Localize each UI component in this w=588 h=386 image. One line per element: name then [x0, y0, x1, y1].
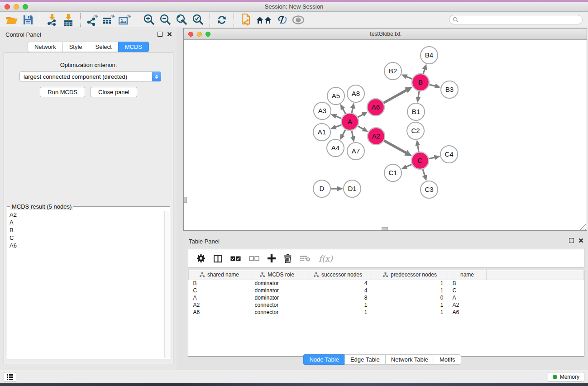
- graph-node-C2[interactable]: C2: [407, 122, 424, 139]
- graph-edge-A2-C[interactable]: [384, 141, 407, 153]
- table-cell[interactable]: A: [448, 294, 487, 301]
- column-header-name[interactable]: name: [448, 270, 487, 280]
- graph-node-C3[interactable]: C3: [421, 181, 438, 198]
- table-cell[interactable]: 4: [304, 287, 372, 294]
- close-panel-button[interactable]: Close panel: [91, 87, 137, 97]
- task-history-button[interactable]: [4, 372, 16, 382]
- new-network-from-selection-icon[interactable]: [239, 13, 253, 27]
- zoom-in-icon[interactable]: [142, 13, 156, 27]
- table-settings-gear-icon[interactable]: [196, 254, 206, 263]
- graph-node-A3[interactable]: A3: [314, 102, 331, 119]
- node-table[interactable]: shared nameMCDS rolesuccessor nodesprede…: [188, 270, 584, 357]
- refresh-icon[interactable]: [215, 13, 229, 27]
- table-cell[interactable]: connector: [250, 309, 304, 316]
- network-canvas[interactable]: B4B2BB3A5A8A6A3B1AA1C2A2A4A7C4CC1C3DD1: [184, 40, 587, 230]
- save-session-icon[interactable]: [21, 13, 35, 27]
- tab-style[interactable]: Style: [62, 42, 89, 52]
- import-table-icon[interactable]: [61, 13, 76, 27]
- resize-grip-icon[interactable]: [580, 224, 586, 230]
- column-header-shared-name[interactable]: shared name: [189, 270, 250, 280]
- table-row[interactable]: Bdominator41B: [189, 280, 584, 287]
- graph-node-B[interactable]: B: [412, 74, 429, 91]
- graph-node-A5[interactable]: A5: [327, 87, 344, 105]
- select-all-columns-icon[interactable]: [230, 256, 241, 261]
- graph-edge-A-A6[interactable]: [358, 114, 363, 117]
- export-network-icon[interactable]: [85, 13, 100, 27]
- mcds-result-item[interactable]: A6: [8, 242, 164, 249]
- table-cell[interactable]: A6: [189, 309, 250, 316]
- tab-network-table[interactable]: Network Table: [385, 354, 434, 365]
- first-neighbors-icon[interactable]: [255, 13, 273, 27]
- search-input[interactable]: [460, 17, 582, 23]
- mcds-list-scrollbar[interactable]: [164, 211, 170, 358]
- table-cell[interactable]: [487, 294, 584, 301]
- mcds-result-item[interactable]: A2: [8, 211, 164, 219]
- table-row[interactable]: A2connector11A2: [189, 301, 584, 309]
- tab-network[interactable]: Network: [28, 42, 62, 52]
- table-row[interactable]: A6connector11A6: [189, 309, 584, 316]
- show-graphics-details-icon[interactable]: [291, 13, 306, 27]
- export-image-icon[interactable]: [118, 13, 132, 27]
- memory-button[interactable]: Memory: [548, 372, 584, 382]
- graph-node-B3[interactable]: B3: [441, 81, 458, 98]
- graph-edge-A-A4[interactable]: [342, 130, 345, 136]
- table-cell[interactable]: 1: [372, 287, 448, 294]
- graph-edge-C-C2[interactable]: [418, 145, 419, 152]
- graph-edge-B-B2[interactable]: [406, 76, 412, 79]
- graph-edge-A-A2[interactable]: [358, 126, 364, 129]
- graph-edge-A-A7[interactable]: [352, 131, 353, 138]
- graph-node-D[interactable]: D: [313, 180, 330, 197]
- graph-node-B1[interactable]: B1: [407, 103, 425, 120]
- float-table-panel-icon[interactable]: [569, 238, 574, 243]
- zoom-fit-icon[interactable]: [174, 13, 189, 27]
- graph-edge-C-C4[interactable]: [429, 157, 435, 159]
- horizontal-scroll-thumb[interactable]: [382, 227, 388, 230]
- table-cell[interactable]: A2: [448, 301, 487, 309]
- tab-motifs[interactable]: Motifs: [434, 354, 461, 365]
- column-header-successor-nodes[interactable]: successor nodes: [304, 270, 372, 280]
- table-cell[interactable]: A: [189, 294, 250, 301]
- export-table-icon[interactable]: [101, 13, 116, 27]
- table-cell[interactable]: 1: [372, 301, 448, 309]
- network-graph[interactable]: B4B2BB3A5A8A6A3B1AA1C2A2A4A7C4CC1C3DD1: [184, 40, 587, 230]
- close-table-panel-icon[interactable]: [578, 238, 583, 243]
- graph-node-A1[interactable]: A1: [313, 124, 330, 141]
- graph-node-A7[interactable]: A7: [347, 143, 364, 160]
- mcds-result-list[interactable]: A2ABCA6: [8, 211, 164, 358]
- graph-edge-B-B3[interactable]: [429, 85, 436, 86]
- graph-edge-B-B4[interactable]: [423, 69, 425, 74]
- float-panel-icon[interactable]: [158, 32, 163, 37]
- table-row[interactable]: Cdominator41C: [189, 287, 584, 294]
- table-cell[interactable]: dominator: [250, 294, 304, 301]
- zoom-out-icon[interactable]: [158, 13, 172, 27]
- graph-edge-A-A8[interactable]: [352, 107, 353, 113]
- table-cell[interactable]: [487, 287, 584, 294]
- tab-select[interactable]: Select: [89, 42, 118, 52]
- table-cell[interactable]: 8: [304, 294, 372, 301]
- table-cell[interactable]: 4: [304, 280, 372, 287]
- table-cell[interactable]: A2: [189, 301, 250, 309]
- table-cell[interactable]: 1: [304, 301, 372, 309]
- network-view-window[interactable]: testGlobe.txt B4B2BB3A5A8A6A3B1AA1C2A2A4…: [183, 28, 587, 231]
- table-cell[interactable]: connector: [250, 301, 304, 309]
- column-header-predecessor-nodes[interactable]: predecessor nodes: [372, 270, 448, 280]
- graph-node-D1[interactable]: D1: [344, 180, 361, 197]
- hide-labels-icon[interactable]: [275, 13, 289, 27]
- table-cell[interactable]: [487, 309, 584, 316]
- graph-node-A4[interactable]: A4: [327, 139, 344, 157]
- table-cell[interactable]: B: [189, 280, 250, 287]
- graph-node-A2[interactable]: A2: [368, 128, 385, 145]
- graph-edge-A-A5[interactable]: [343, 108, 346, 114]
- vertical-scroll-thumb[interactable]: [184, 197, 187, 203]
- table-cell[interactable]: 0: [372, 294, 448, 301]
- graph-edge-C-C3[interactable]: [423, 169, 425, 176]
- import-network-icon[interactable]: [45, 13, 59, 27]
- tab-mcds[interactable]: MCDS: [118, 42, 149, 52]
- table-cell[interactable]: dominator: [250, 287, 304, 294]
- table-cell[interactable]: C: [448, 287, 487, 294]
- graph-node-C4[interactable]: C4: [440, 146, 458, 163]
- graph-node-B2[interactable]: B2: [384, 62, 402, 80]
- criterion-dropdown[interactable]: largest connected component (directed): [19, 71, 161, 81]
- graph-edge-A6-B[interactable]: [383, 90, 407, 103]
- close-panel-icon[interactable]: [167, 32, 172, 37]
